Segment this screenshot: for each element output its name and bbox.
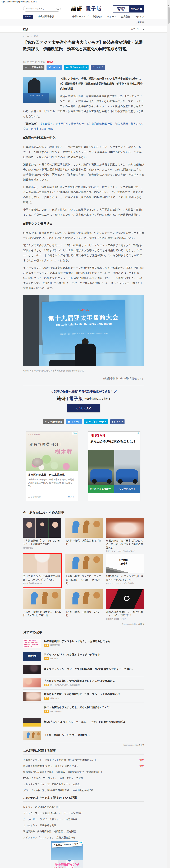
search-box[interactable]: [23, 6, 60, 12]
related-link-item[interactable]: 《もうすぐプラグイン㊦》来場者向けメニューも強化: [23, 781, 144, 787]
nav-item[interactable]: 会員登録: [121, 15, 130, 18]
recommend-card[interactable]: 《人事・機構》三陽商会（9月1日）: [65, 589, 103, 623]
card-title[interactable]: 2019年のマーケティング予測：注目すべき5つのトレンド: [106, 575, 144, 581]
hatena-bookmark-button[interactable]: B! B!ブックマーク 0: [84, 419, 108, 424]
category-link-item[interactable]: レナウン 希望退職者の募集を中止: [23, 804, 144, 810]
card-source: PR(株式会社ロックビル): [106, 618, 144, 620]
recommend-card[interactable]: 老けて見えるのは下半身デブが原因！エステいらずで『-7cm』 PR(株式会社Be…: [23, 554, 61, 588]
card-title[interactable]: 《人事・機構》経済産業省（6月29日、6月30日、7月1日）: [23, 610, 61, 617]
item-title[interactable]: 「旦那より髪が薄い」女性の薄毛はアレをとるだけで簡単に...: [44, 679, 144, 683]
card-title[interactable]: 韓国人がわざわざ日本に買いに来る！ほうれい線が簡単に消せる方法とは？: [106, 539, 144, 549]
card-title[interactable]: 《人事・機構》帝人フロンティア（3月31日）（4月1日）（6月28日）: [65, 575, 103, 585]
related-link-item[interactable]: 多品種少量発注型MDで売り上げを安定化するには？ NEW!: [23, 763, 144, 769]
xlift-logo: X-lift: [138, 744, 144, 746]
category-title: 総合: [23, 28, 29, 31]
card-title[interactable]: 【九州初開催！】ファッションECサミットin福岡のご案内: [23, 539, 61, 546]
recommend-card[interactable]: 《人事・機構》経済産業省（6月29日、6月30日、7月1日）: [23, 589, 61, 623]
item-title[interactable]: 20年春夏繊研レディストレンドセミナーお申込みはこちら: [44, 640, 144, 643]
category-link-item[interactable]: サンモトヤマ 破産手続き開始: [23, 823, 144, 829]
subscribe-widget[interactable]: 繊研新聞 電子版 お申込み ›: [113, 5, 144, 12]
facebook-share-button[interactable]: f シェア 0: [110, 419, 125, 424]
ad-title[interactable]: 足立区の樹木葬／舎人木花葬苑: [28, 473, 75, 476]
card-title[interactable]: 《人事・機構》経済産業省（7月5日）: [65, 539, 103, 546]
list-item[interactable]: 「旦那より髪が薄い」女性の薄毛はアレをとるだけで簡単に... 広告 オフィスKA…: [23, 676, 144, 689]
nav-item[interactable]: 購読案内: [93, 15, 102, 18]
related-link-item[interactable]: グローバル大手小売り3社の直近四半期業績 H&Mは収益性が好転: [23, 787, 144, 793]
category-link-item[interactable]: カンタベリー ラグビー代表ジャージーを追加生産: [23, 816, 144, 823]
chevron-down-icon: ▼: [143, 29, 144, 30]
osusume-list: SENKEN 2020 LADIES SPRING TREND SUMMER S…: [23, 637, 144, 742]
ad-jumokuso[interactable]: ⓘ ✕ 舎人木花葬苑 維持管理費用0円 樹木葬 足立区の樹木葬／舎人木花葬苑 永…: [26, 431, 78, 501]
site-logo[interactable]: 繊研 電子版: [71, 5, 102, 12]
promo-logo: 繊研 電子版 のお申込みはこちらから: [23, 396, 144, 401]
subscribe-button[interactable]: お申込み ›: [129, 5, 144, 12]
item-title[interactable]: ライセンスビジネスを加速するマッチングサイト: [44, 653, 144, 656]
related-article-link[interactable]: 【第19回アジア太平洋小売業者大会から⑧】丸和運輸機関社長 和佐見勝氏 業界の人…: [23, 122, 143, 130]
ad-tag-left: タフに使える機能性！: [88, 485, 114, 493]
tweet-button[interactable]: ツイート: [46, 65, 62, 70]
item-title[interactable]: 楽天ファッション・ウィーク東京20年春夏 NYで発信するデザイナーの強い..: [44, 668, 144, 671]
ad-nissan[interactable]: ⓘ NISSAN あなたがSUVに求めることは？ タフに使える機能性！ 安全性の…: [88, 431, 140, 501]
recommend-card[interactable]: 《人事・機構》経済産業省（7月5日）: [65, 518, 103, 552]
facebook-share-button[interactable]: f シェア 0: [91, 65, 105, 70]
category-link-item[interactable]: アダストリア「ニコアンド」 店舗大型化進める: [23, 835, 144, 841]
save-article-button[interactable]: ✉この記事を保存: [23, 65, 44, 70]
card-title[interactable]: 加熱式の時代は終了。これからは『オール0』の喫煙に！: [106, 610, 144, 617]
ad-hoyu-campaign[interactable]: ⓘ✕ 白髪の新しい名前を考えて応募！ 地中海旅行などが 当たるキャンペーン!! …: [51, 841, 83, 868]
item-title[interactable]: 新EC「スタイルヴォイスドットコム」 ブランドに新たな魅力吹き込む: [44, 720, 144, 724]
twitter-icon: [48, 66, 51, 68]
hatena-bookmark-button[interactable]: B! B!ブックマーク 0: [64, 65, 89, 70]
scrollbar-up-icon[interactable]: ▲: [168, 4, 169, 6]
share-row-bottom: ✉この記事を保存 ツイート B! B!ブックマーク 0 f シェア 0: [23, 419, 144, 424]
related-link-item[interactable]: 人気コスメブランドに聞くヒットの理由 忙しい女性の本音に応える NEW!: [23, 757, 144, 763]
list-item[interactable]: 腸にヤセ菌を忍び込ませると、知らぬ間に脂肪をパクパク... 広告 diet-la…: [23, 703, 144, 716]
card-thumbnail: [106, 518, 144, 538]
card-title[interactable]: 《人事・機構》三陽商会（9月1日）: [65, 610, 103, 617]
vertical-scrollbar[interactable]: ▲: [167, 0, 170, 868]
card-title[interactable]: 老けて見えるのは下半身デブが原因！エステいらずで『-7cm』: [23, 575, 61, 581]
nav-item[interactable]: 繊研アーカイブ: [72, 15, 89, 18]
nav-item[interactable]: ログイン: [135, 15, 144, 18]
category-dropdown[interactable]: カテゴリー▼: [131, 28, 144, 31]
nav-item[interactable]: +plus: [23, 14, 33, 19]
list-item[interactable]: 新EC「スタイルヴォイスドットコム」 ブランドに新たな魅力吹き込む: [23, 716, 144, 729]
item-title[interactable]: 腸にヤセ菌を忍び込ませると、知らぬ間に脂肪をパクパク...: [44, 706, 144, 709]
site-header: 繊研 電子版 繊研新聞 電子版 お申込み ›: [23, 4, 144, 14]
item-title[interactable]: 雛形あきこ驚愕！身近な食材を使った脱・ブルドック顔の秘策とは: [44, 692, 144, 696]
save-icon: ✉: [25, 66, 27, 69]
nav-item[interactable]: 繊研新聞電子版: [38, 15, 54, 18]
category-link-item[interactable]: ユニクロ、フリース発売25周年 バリエーション豊富に: [23, 810, 144, 816]
item-title[interactable]: 《人事・機構》ムーンスター（9月27日）: [44, 734, 144, 737]
ad-info-close-icon[interactable]: ⓘ✕: [78, 841, 83, 844]
logo-text-left: 繊研: [71, 5, 82, 12]
related-link-item[interactable]: EC専用子供服の「デビロック」 価格、デザインで成長: [23, 775, 144, 781]
ad-info-close-icon[interactable]: ⓘ ✕: [72, 432, 77, 435]
item-source: オフィスKAZUMIプラス株式会社: [50, 684, 80, 686]
ad-info-icon[interactable]: ⓘ: [137, 432, 140, 435]
article-photo-large: ✦ APRCE 第十九届亚太零售商大会 The 19th Asia-Pacifi…: [23, 295, 144, 366]
search-input[interactable]: [26, 8, 56, 10]
recommend-card[interactable]: 【九州初開催！】ファッションECサミットin福岡のご案内 繊研新聞社: [23, 518, 61, 552]
article-paragraph: 少子・高齢化のなかで、市場を拡大していくのは簡単ではない。人手不足も深刻化し、人…: [23, 207, 144, 217]
nav-item[interactable]: サポート: [107, 15, 116, 18]
breadcrumb-home[interactable]: ホーム: [23, 35, 29, 37]
recommend-card[interactable]: 《人事・機構》帝人フロンティア（3月31日）（4月1日）（6月28日）: [65, 554, 103, 588]
save-article-button[interactable]: ✉この記事を保存: [43, 419, 64, 424]
ad-description: 永代供養墓24万円～。宗教・宗派不問で、生前購入型の期限10年付き。維持管理費不…: [28, 478, 75, 488]
tweet-button[interactable]: ツイート: [66, 419, 82, 424]
recommend-card[interactable]: 韓国人がわざわざ日本に買いに来る！ほうれい線が簡単に消せる方法とは？ PR(ドク…: [106, 518, 144, 552]
list-item[interactable]: exBrand ライセンスビジネスを加速するマッチングサイト 広告 exBran…: [23, 650, 144, 663]
recommend-card[interactable]: Trends 2019 2019年のマーケティング予測：注目すべき5つのトレンド…: [106, 554, 144, 588]
list-item[interactable]: 《人事・機構》ムーンスター（9月27日）: [23, 729, 144, 742]
list-item[interactable]: 楽天ファッション・ウィーク東京20年春夏 NYで発信するデザイナーの強い..: [23, 663, 144, 676]
ad-open-link[interactable]: 開く 〉: [68, 496, 75, 499]
company-overview-link[interactable]: 会社概要: [136, 21, 144, 24]
list-item[interactable]: 雛形あきこ驚愕！身近な食材を使った脱・ブルドック顔の秘策とは 広告 girlsc…: [23, 689, 144, 703]
list-item[interactable]: SENKEN 2020 LADIES SPRING TREND SUMMER S…: [23, 637, 144, 650]
recommend-card[interactable]: 加熱式の時代は終了。これからは『オール0』の喫煙に！ PR(株式会社ロックビル): [106, 589, 144, 623]
related-link-item[interactable]: 島精機製作所が業績予想修正 大幅減収、通期営業赤字に 市場環境厳しく: [23, 769, 144, 775]
category-link-item[interactable]: 三越伊勢丹 伊勢丹府中店、相模原店の2店を閉店: [23, 829, 144, 835]
scrollbar-thumb[interactable]: [168, 7, 170, 24]
search-icon[interactable]: [56, 8, 59, 10]
promo-detail-button[interactable]: くわしく見る: [67, 404, 100, 412]
